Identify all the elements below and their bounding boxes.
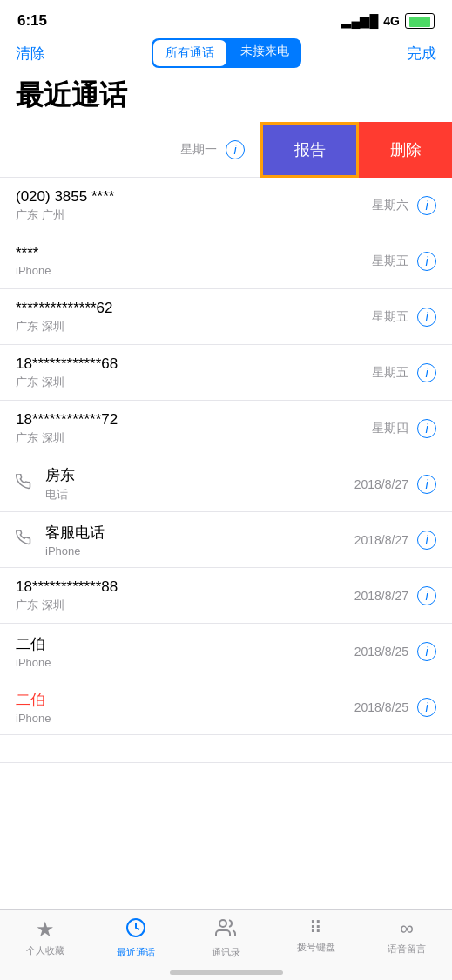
call-name: **** bbox=[16, 245, 372, 262]
call-name: 二伯 bbox=[16, 690, 354, 710]
call-name: 房东 bbox=[45, 465, 354, 485]
info-icon[interactable]: i bbox=[226, 140, 245, 159]
tab-recents[interactable]: 最近通话 bbox=[91, 917, 181, 959]
info-icon[interactable]: i bbox=[417, 531, 436, 550]
call-right: 星期六 i bbox=[372, 196, 436, 215]
call-name: 18************72 bbox=[16, 411, 372, 429]
call-right: 2018/8/25 i bbox=[354, 642, 436, 661]
call-right: 2018/8/27 i bbox=[354, 531, 436, 550]
status-time: 6:15 bbox=[17, 12, 47, 30]
list-item: 二伯 iPhone 2018/8/25 i bbox=[0, 624, 452, 679]
tab-contacts[interactable]: 通讯录 bbox=[181, 917, 272, 959]
call-row-5[interactable]: 18************68 广东 深圳 星期五 i bbox=[0, 345, 452, 401]
list-item: 18************72 广东 深圳 星期四 i bbox=[0, 401, 452, 456]
call-sub: iPhone bbox=[16, 656, 354, 669]
call-row-6[interactable]: 18************72 广东 深圳 星期四 i bbox=[0, 401, 452, 456]
call-right: 星期五 i bbox=[372, 308, 436, 327]
info-icon[interactable]: i bbox=[417, 419, 436, 438]
call-date: 星期五 bbox=[372, 309, 408, 325]
call-info: 房东 电话 bbox=[45, 465, 354, 503]
list-item: (020) 3855 **** 广东 广州 星期六 i bbox=[0, 178, 452, 233]
call-sub: 广东 深圳 bbox=[16, 598, 354, 613]
call-date: 2018/8/25 bbox=[354, 645, 408, 659]
call-info: 18************68 广东 深圳 bbox=[16, 355, 372, 390]
tab-recents-label: 最近通话 bbox=[117, 946, 155, 959]
call-date: 2018/8/27 bbox=[354, 589, 408, 603]
info-icon[interactable]: i bbox=[417, 586, 436, 605]
tab-favorites[interactable]: ★ 个人收藏 bbox=[0, 917, 91, 959]
list-item: 二伯 iPhone 2018/8/25 i bbox=[0, 679, 452, 735]
info-icon[interactable]: i bbox=[417, 308, 436, 327]
call-sub: iPhone bbox=[16, 264, 372, 277]
call-row-4[interactable]: **************62 广东 深圳 星期五 i bbox=[0, 289, 452, 345]
call-row-1[interactable]: 048 ****(*) 广东 广州 星期一 i bbox=[0, 122, 260, 178]
info-icon[interactable]: i bbox=[417, 363, 436, 382]
call-sub: 广东 深圳 bbox=[16, 375, 372, 390]
info-icon[interactable]: i bbox=[417, 252, 436, 271]
phone-icon bbox=[16, 474, 37, 494]
info-icon[interactable]: i bbox=[417, 698, 436, 717]
call-date: 星期四 bbox=[372, 421, 408, 436]
list-item: 客服电话 iPhone 2018/8/27 i bbox=[0, 512, 452, 568]
done-button[interactable]: 完成 bbox=[407, 44, 436, 64]
favorites-icon: ★ bbox=[36, 917, 55, 942]
call-row-7[interactable]: 房东 电话 2018/8/27 i bbox=[0, 456, 452, 512]
call-info: **** iPhone bbox=[16, 245, 372, 277]
call-row-3[interactable]: **** iPhone 星期五 i bbox=[0, 233, 452, 289]
tab-missed-calls[interactable]: 未接来电 bbox=[228, 38, 301, 68]
call-info: 18************88 广东 深圳 bbox=[16, 578, 354, 613]
recents-icon bbox=[125, 917, 146, 943]
call-date: 星期六 bbox=[372, 198, 408, 213]
call-date: 星期五 bbox=[372, 365, 408, 381]
tab-keypad-label: 拨号键盘 bbox=[297, 941, 335, 954]
call-date: 星期一 bbox=[180, 142, 217, 158]
call-sub: 广东 深圳 bbox=[16, 319, 372, 335]
call-info: (020) 3855 **** 广东 广州 bbox=[16, 188, 372, 223]
call-right: 星期五 i bbox=[372, 363, 436, 382]
call-name: (020) 3855 **** bbox=[16, 188, 372, 206]
network-type: 4G bbox=[383, 14, 400, 28]
call-row-11[interactable]: 二伯 iPhone 2018/8/25 i bbox=[0, 679, 452, 735]
list-item bbox=[0, 735, 452, 763]
tab-bar: ★ 个人收藏 最近通话 通讯录 ⠿ 拨号键盘 ∞ 语音留言 bbox=[0, 909, 452, 980]
call-sub: 电话 bbox=[45, 487, 354, 503]
call-info: 048 ****(*) 广东 广州 bbox=[0, 132, 180, 167]
call-sub: iPhone bbox=[16, 712, 354, 725]
call-row-8[interactable]: 客服电话 iPhone 2018/8/27 i bbox=[0, 512, 452, 568]
call-info: 二伯 iPhone bbox=[16, 690, 354, 725]
list-item: 18************68 广东 深圳 星期五 i bbox=[0, 345, 452, 401]
tab-keypad[interactable]: ⠿ 拨号键盘 bbox=[271, 917, 361, 959]
call-right: 星期五 i bbox=[372, 252, 436, 271]
clear-button[interactable]: 清除 bbox=[16, 44, 45, 64]
call-info: 18************72 广东 深圳 bbox=[16, 411, 372, 446]
tab-all-calls[interactable]: 所有通话 bbox=[153, 40, 226, 66]
call-info: **************62 广东 深圳 bbox=[16, 300, 372, 335]
call-name: **************62 bbox=[16, 300, 372, 317]
call-info: 客服电话 iPhone bbox=[45, 523, 354, 558]
call-row-2[interactable]: (020) 3855 **** 广东 广州 星期六 i bbox=[0, 178, 452, 233]
header-tabs: 所有通话 未接来电 bbox=[152, 38, 301, 68]
call-sub: 广东 广州 bbox=[16, 207, 372, 223]
list-item: **** iPhone 星期五 i bbox=[0, 233, 452, 289]
info-icon[interactable]: i bbox=[417, 642, 436, 661]
info-icon[interactable]: i bbox=[417, 196, 436, 215]
voicemail-icon: ∞ bbox=[400, 917, 414, 940]
call-sub: iPhone bbox=[45, 544, 354, 558]
call-date: 2018/8/27 bbox=[354, 533, 408, 547]
report-button[interactable]: 报告 bbox=[260, 122, 359, 178]
call-row-10[interactable]: 二伯 iPhone 2018/8/25 i bbox=[0, 624, 452, 679]
call-right: 星期一 i bbox=[180, 140, 245, 159]
call-right: 2018/8/25 i bbox=[354, 698, 436, 717]
delete-button[interactable]: 删除 bbox=[359, 122, 452, 178]
list-item: 18************88 广东 深圳 2018/8/27 i bbox=[0, 568, 452, 624]
call-date: 2018/8/27 bbox=[354, 477, 408, 491]
tab-contacts-label: 通讯录 bbox=[212, 946, 240, 959]
call-name: 048 ****(*) bbox=[0, 132, 180, 150]
home-indicator bbox=[170, 970, 283, 975]
call-name: 二伯 bbox=[16, 634, 354, 654]
tab-voicemail[interactable]: ∞ 语音留言 bbox=[361, 917, 452, 959]
call-row-9[interactable]: 18************88 广东 深圳 2018/8/27 i bbox=[0, 568, 452, 624]
call-right: 2018/8/27 i bbox=[354, 586, 436, 605]
list-item: 房东 电话 2018/8/27 i bbox=[0, 456, 452, 512]
info-icon[interactable]: i bbox=[417, 475, 436, 494]
